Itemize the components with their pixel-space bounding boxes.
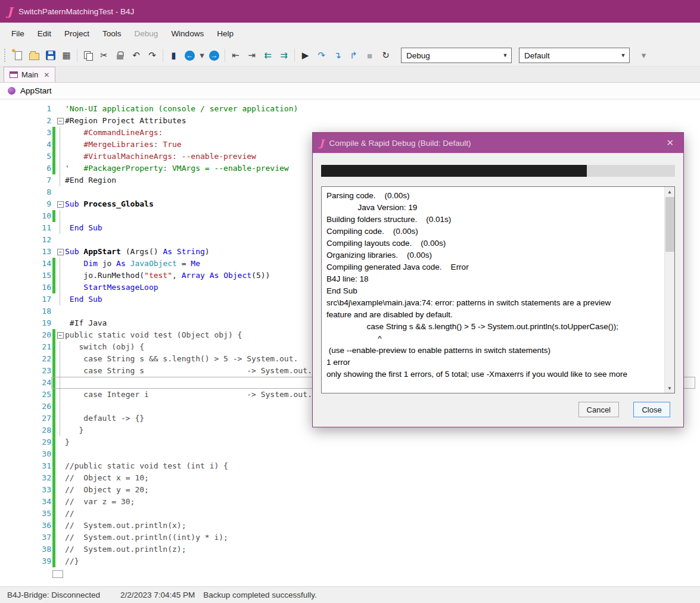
code-line-31[interactable]: 31//public static void test (int i) { [0,460,700,472]
code-line-38[interactable]: 38// System.out.println(z); [0,543,700,555]
code-line-29[interactable]: 29} [0,436,700,448]
redo-button[interactable]: ↷ [144,48,160,63]
outdent-button[interactable]: ⇤ [228,48,244,63]
save-button[interactable] [42,48,58,63]
layout-variant-select[interactable]: Default▼ [519,48,630,63]
chevron-down-icon[interactable]: ▼ [617,52,629,58]
code-line-37[interactable]: 37// System.out.println((int)y * i); [0,532,700,543]
dialog-logo-icon: J [319,138,324,149]
cut-button[interactable]: ✂ [96,48,112,63]
code-text[interactable]: // var z = 30; [65,496,135,508]
scroll-thumb[interactable] [665,197,674,252]
lock-button[interactable] [112,48,128,63]
tab-main[interactable]: Main ✕ [4,67,55,82]
code-text[interactable]: // System.out.println(x); [65,520,186,532]
code-line-35[interactable]: 35// [0,508,700,520]
code-text[interactable]: case String s -> System.out. [65,365,312,377]
dialog-close-icon[interactable]: ✕ [663,138,677,148]
menu-item-file[interactable]: File [5,23,31,45]
bookmark-button[interactable]: ▮ [166,48,182,63]
chevron-down-icon[interactable]: ▼ [499,52,511,58]
code-text[interactable]: Dim jo As JavaObject = Me [65,258,200,270]
menu-item-windows[interactable]: Windows [164,23,210,45]
scroll-down-icon[interactable]: ▼ [665,383,674,393]
close-button[interactable]: Close [633,402,670,417]
rebuild-button[interactable]: ↻ [378,48,394,63]
code-text[interactable]: // Object y = 20; [65,484,149,496]
new-module-button[interactable] [10,48,26,63]
build-configuration-select[interactable]: Debug▼ [401,48,512,63]
toolbar-overflow-button[interactable]: ▾ [636,48,652,63]
fold-collapse-icon[interactable]: − [57,249,64,255]
navigate-back-dropdown[interactable]: ▾ [198,48,206,63]
code-text[interactable]: Sub Process_Globals [65,198,154,210]
fold-collapse-icon[interactable]: − [57,332,64,339]
module-list-button[interactable]: ▦ [58,48,74,63]
code-text[interactable]: } [65,424,83,436]
code-text[interactable]: End Sub [65,293,102,305]
run-button[interactable]: ▶ [297,48,313,63]
code-text[interactable]: } [65,436,70,448]
code-line-32[interactable]: 32// Object x = 10; [0,472,700,484]
scroll-up-icon[interactable]: ▲ [665,187,674,196]
toolbar: ▦✂↶↷▮←▾→⇤⇥⇇⇉▶↷↴↱■↻Debug▼Default▼▾ [0,45,700,67]
undo-button[interactable]: ↶ [128,48,144,63]
code-text[interactable]: case Integer i -> System.out. [65,389,312,401]
code-text[interactable]: // [65,508,74,520]
code-text[interactable]: switch (obj) { [65,341,144,353]
code-text[interactable]: ' #PackagerProperty: VMArgs = --enable-p… [65,163,289,174]
code-text[interactable]: //} [65,555,79,567]
menu-item-help[interactable]: Help [210,23,240,45]
log-line: Building folders structure. (0.01s) [326,214,659,226]
code-text[interactable]: #VirtualMachineArgs: --enable-preview [65,151,256,163]
indent-button[interactable]: ⇥ [244,48,260,63]
step-over-button[interactable]: ↷ [313,48,329,63]
uncomment-button[interactable]: ⇉ [276,48,292,63]
menu-item-debug[interactable]: Debug [128,23,165,45]
code-line-39[interactable]: 39//} [0,555,700,567]
code-line-33[interactable]: 33// Object y = 20; [0,484,700,496]
code-text[interactable]: #End Region [65,174,116,186]
code-text[interactable]: // System.out.println((int)y * i); [65,532,228,543]
code-text[interactable]: // Object x = 10; [65,472,149,484]
code-text[interactable]: default -> {} [65,413,144,424]
step-out-button[interactable]: ↱ [346,48,362,63]
horizontal-scrollbar[interactable] [52,570,63,578]
code-text[interactable]: public static void test (Object obj) { [65,329,242,341]
navigate-back-button[interactable]: ← [182,48,198,63]
code-text[interactable]: End Sub [65,222,102,234]
code-text[interactable]: Sub AppStart (Args() As String) [65,246,210,258]
code-line-36[interactable]: 36// System.out.println(x); [0,520,700,532]
code-text[interactable]: //public static void test (int i) { [65,460,228,472]
code-text[interactable]: case String s && s.length() > 5 -> Syste… [65,353,298,365]
log-text[interactable]: Parsing code. (0.00s) Java Version: 19Bu… [322,187,664,393]
tab-close-icon[interactable]: ✕ [43,71,49,79]
menu-item-project[interactable]: Project [58,23,96,45]
code-text[interactable]: #If Java [65,317,107,329]
menu-item-edit[interactable]: Edit [31,23,58,45]
comment-button[interactable]: ⇇ [260,48,276,63]
current-sub-label[interactable]: AppStart [20,86,52,95]
code-text[interactable]: 'Non-UI application (console / server ap… [65,103,298,115]
code-line-34[interactable]: 34// var z = 30; [0,496,700,508]
fold-collapse-icon[interactable]: − [57,118,64,124]
code-line-30[interactable]: 30 [0,448,700,460]
open-project-button[interactable] [26,48,42,63]
code-line-2[interactable]: 2−#Region Project Attributes [0,115,700,127]
code-line-1[interactable]: 1'Non-UI application (console / server a… [0,103,700,115]
code-text[interactable]: #CommandLineArgs: [65,127,163,139]
log-scrollbar[interactable]: ▲ ▼ [664,187,674,393]
stop-button[interactable]: ■ [362,48,378,63]
fold-collapse-icon[interactable]: − [57,201,64,208]
code-text[interactable]: // System.out.println(z); [65,543,186,555]
code-text[interactable]: StartMessageLoop [65,282,158,293]
cancel-button[interactable]: Cancel [578,402,619,417]
code-text[interactable]: #MergeLibraries: True [65,139,182,151]
copy-button[interactable] [80,48,96,63]
line-number: 28 [0,424,51,436]
step-into-button[interactable]: ↴ [329,48,346,63]
code-text[interactable]: jo.RunMethod("test", Array As Object(5)) [65,270,270,282]
code-text[interactable]: #Region Project Attributes [65,115,186,127]
menu-item-tools[interactable]: Tools [96,23,128,45]
navigate-forward-button[interactable]: → [206,48,222,63]
